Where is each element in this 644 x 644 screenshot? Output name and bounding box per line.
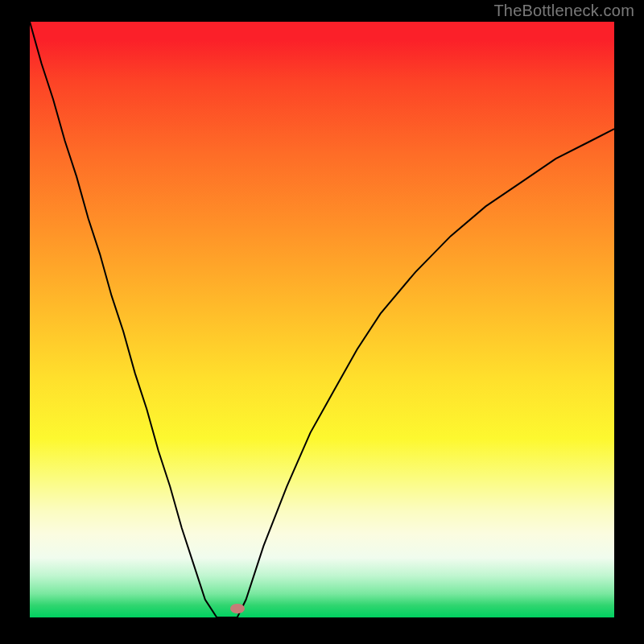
watermark-text: TheBottleneck.com (493, 2, 634, 20)
curve-path (30, 22, 614, 617)
bottleneck-curve (30, 22, 614, 617)
minimum-marker (230, 604, 245, 613)
plot-area (30, 22, 614, 617)
chart-frame: TheBottleneck.com (0, 0, 644, 644)
